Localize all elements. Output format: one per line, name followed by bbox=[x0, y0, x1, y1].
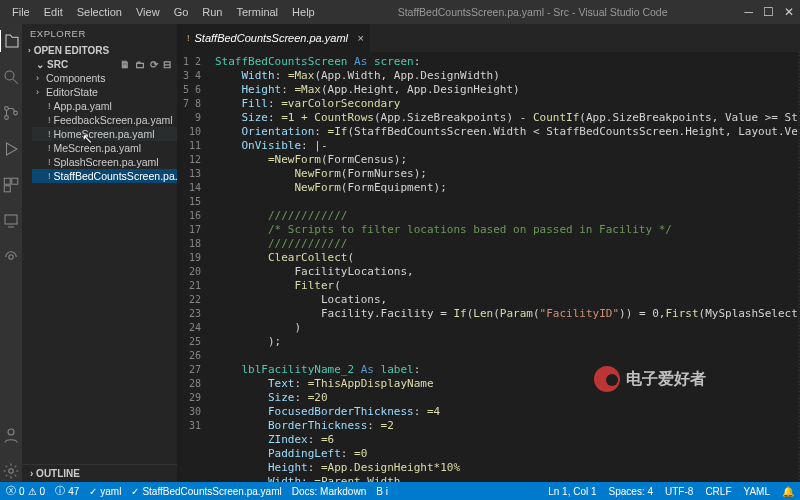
file-modified-icon: ! bbox=[48, 157, 51, 167]
status-filename[interactable]: ✓ StaffBedCountsScreen.pa.yaml bbox=[131, 486, 281, 497]
refresh-icon[interactable]: ⟳ bbox=[150, 59, 158, 70]
svg-rect-5 bbox=[12, 178, 18, 184]
status-diag[interactable]: ⓘ 47 bbox=[55, 484, 79, 498]
code-content[interactable]: StaffBedCountsScreen As screen: Width: =… bbox=[209, 52, 798, 482]
outline-section[interactable]: › OUTLINE bbox=[22, 464, 177, 482]
file-modified-icon: ! bbox=[48, 143, 51, 153]
menu-terminal[interactable]: Terminal bbox=[231, 4, 285, 20]
editor-tabs: ! StaffBedCountsScreen.pa.yaml × bbox=[177, 24, 800, 52]
live-icon[interactable] bbox=[0, 246, 22, 268]
file-mescreen-pa-yaml[interactable]: !MeScreen.pa.yaml bbox=[32, 141, 177, 155]
svg-point-3 bbox=[14, 111, 18, 115]
status-spaces[interactable]: Spaces: 4 bbox=[609, 486, 653, 497]
chevron-down-icon: ⌄ bbox=[36, 59, 44, 70]
extensions-icon[interactable] bbox=[0, 174, 22, 196]
sidebar-title: EXPLORER bbox=[22, 24, 177, 43]
file-feedbackscreen-pa-yaml[interactable]: !FeedbackScreen.pa.yaml bbox=[32, 113, 177, 127]
svg-point-1 bbox=[5, 107, 9, 111]
menu-file[interactable]: File bbox=[6, 4, 36, 20]
tab-active[interactable]: ! StaffBedCountsScreen.pa.yaml × bbox=[177, 24, 371, 52]
run-debug-icon[interactable] bbox=[0, 138, 22, 160]
status-lang-check[interactable]: ✓ yaml bbox=[89, 486, 121, 497]
file-modified-icon: ! bbox=[48, 171, 51, 181]
title-bar: FileEditSelectionViewGoRunTerminalHelp S… bbox=[0, 0, 800, 24]
minimize-icon[interactable]: ─ bbox=[744, 5, 753, 19]
menu-go[interactable]: Go bbox=[168, 4, 195, 20]
menu-bar: FileEditSelectionViewGoRunTerminalHelp bbox=[6, 4, 321, 20]
explorer-icon[interactable] bbox=[0, 30, 21, 52]
svg-rect-7 bbox=[5, 215, 17, 224]
status-cursor[interactable]: Ln 1, Col 1 bbox=[548, 486, 596, 497]
open-editors-section[interactable]: ›OPEN EDITORS bbox=[22, 43, 177, 58]
status-docs[interactable]: Docs: Markdown bbox=[292, 486, 366, 497]
status-encoding[interactable]: UTF-8 bbox=[665, 486, 693, 497]
status-errors[interactable]: ⓧ 0 ⚠ 0 bbox=[6, 484, 45, 498]
close-icon[interactable]: ✕ bbox=[784, 5, 794, 19]
menu-view[interactable]: View bbox=[130, 4, 166, 20]
svg-rect-4 bbox=[4, 178, 10, 184]
collapse-icon[interactable]: ⊟ bbox=[163, 59, 171, 70]
chevron-right-icon: › bbox=[28, 46, 31, 55]
svg-point-8 bbox=[9, 255, 14, 260]
svg-rect-6 bbox=[4, 186, 10, 192]
folder-editorstate[interactable]: EditorState bbox=[32, 85, 177, 99]
window-title: StaffBedCountsScreen.pa.yaml - Src - Vis… bbox=[321, 6, 745, 18]
svg-point-2 bbox=[5, 116, 9, 120]
editor-area: ! StaffBedCountsScreen.pa.yaml × 1 2 3 4… bbox=[177, 24, 800, 482]
remote-icon[interactable] bbox=[0, 210, 22, 232]
status-eol[interactable]: CRLF bbox=[705, 486, 731, 497]
status-mode[interactable]: YAML bbox=[744, 486, 771, 497]
file-tree: ComponentsEditorState!App.pa.yaml!Feedba… bbox=[22, 71, 177, 183]
tab-close-icon[interactable]: × bbox=[358, 32, 364, 44]
new-folder-icon[interactable]: 🗀 bbox=[135, 59, 145, 70]
source-control-icon[interactable] bbox=[0, 102, 22, 124]
settings-icon[interactable] bbox=[0, 460, 22, 482]
window-controls: ─ ☐ ✕ bbox=[744, 5, 794, 19]
file-modified-icon: ! bbox=[48, 101, 51, 111]
file-homescreen-pa-yaml[interactable]: !HomeScreen.pa.yaml bbox=[32, 127, 177, 141]
status-notifications-icon[interactable]: 🔔 bbox=[782, 486, 794, 497]
folder-components[interactable]: Components bbox=[32, 71, 177, 85]
search-icon[interactable] bbox=[0, 66, 22, 88]
file-app-pa-yaml[interactable]: !App.pa.yaml bbox=[32, 99, 177, 113]
menu-edit[interactable]: Edit bbox=[38, 4, 69, 20]
file-modified-icon: ! bbox=[48, 129, 51, 139]
svg-point-10 bbox=[9, 469, 14, 474]
line-numbers: 1 2 3 4 5 6 7 8 9 10 11 12 13 14 15 16 1… bbox=[177, 52, 209, 482]
file-modified-icon: ! bbox=[187, 33, 190, 43]
status-extra[interactable]: B i bbox=[376, 486, 388, 497]
accounts-icon[interactable] bbox=[0, 424, 22, 446]
maximize-icon[interactable]: ☐ bbox=[763, 5, 774, 19]
svg-point-9 bbox=[8, 429, 14, 435]
menu-run[interactable]: Run bbox=[196, 4, 228, 20]
file-staffbedcountsscreen-pa-yaml[interactable]: !StaffBedCountsScreen.pa.yaml bbox=[32, 169, 177, 183]
new-file-icon[interactable]: 🗎 bbox=[120, 59, 130, 70]
status-bar: ⓧ 0 ⚠ 0 ⓘ 47 ✓ yaml ✓ StaffBedCountsScre… bbox=[0, 482, 800, 500]
activity-bar bbox=[0, 24, 22, 482]
sidebar: EXPLORER ›OPEN EDITORS ⌄ SRC 🗎 🗀 ⟳ ⊟ Com… bbox=[22, 24, 177, 482]
file-splashscreen-pa-yaml[interactable]: !SplashScreen.pa.yaml bbox=[32, 155, 177, 169]
menu-selection[interactable]: Selection bbox=[71, 4, 128, 20]
file-modified-icon: ! bbox=[48, 115, 51, 125]
menu-help[interactable]: Help bbox=[286, 4, 321, 20]
folder-root[interactable]: ⌄ SRC 🗎 🗀 ⟳ ⊟ bbox=[22, 58, 177, 71]
tab-label: StaffBedCountsScreen.pa.yaml bbox=[195, 32, 348, 44]
svg-point-0 bbox=[5, 71, 14, 80]
